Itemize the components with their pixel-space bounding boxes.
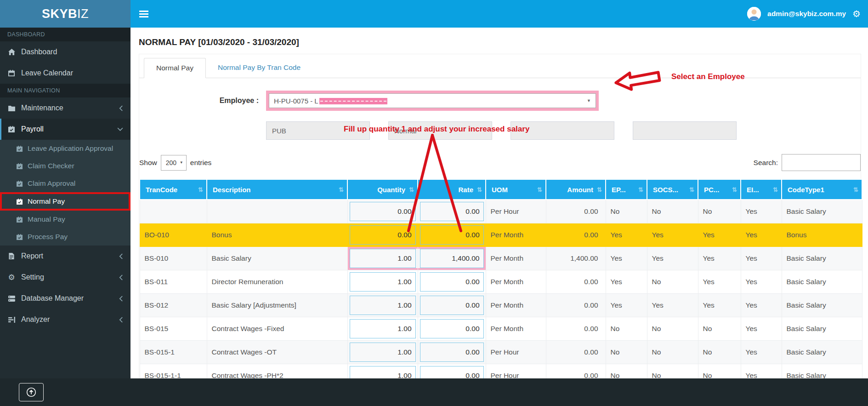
normal-pay-table: TranCode⇅ Description⇅ Quantity⇅ Rate⇅ U… xyxy=(139,179,862,388)
sidebar-item-label: Leave Calendar xyxy=(21,69,123,77)
filter-field-4 xyxy=(633,121,737,140)
table-row: BS-010 Basic Salary Per Month 1,400.00 Y… xyxy=(140,247,862,270)
cell-uom: Per Month xyxy=(486,294,546,317)
cell-trancode: BS-010 xyxy=(140,247,207,270)
sidebar-subitem-process-pay[interactable]: Process Pay xyxy=(0,228,130,246)
quantity-input[interactable] xyxy=(350,272,416,292)
rate-input[interactable] xyxy=(420,202,484,221)
sidebar-subitem-normal-pay[interactable]: Normal Pay xyxy=(0,192,130,211)
cell-amount: 0.00 xyxy=(546,341,606,364)
sidebar-subitem-leave-application-approval[interactable]: Leave Application Approval xyxy=(0,140,130,157)
table-row: BS-015-1 Contract Wages -OT Per Hour 0.0… xyxy=(140,341,862,364)
sort-icon: ⇅ xyxy=(597,186,602,193)
cell-uom: Per Month xyxy=(486,223,546,247)
cell-amount: 0.00 xyxy=(546,294,606,317)
sidebar-item-dashboard[interactable]: Dashboard xyxy=(0,41,130,63)
quantity-input[interactable] xyxy=(350,249,416,268)
calendar-check-icon xyxy=(7,126,16,132)
company-field xyxy=(266,121,370,140)
sidebar-subitem-claim-approval[interactable]: Claim Approval xyxy=(0,175,130,192)
quantity-input[interactable] xyxy=(350,225,416,245)
sidebar: SKYBIZ DASHBOARD Dashboard Leave Calenda… xyxy=(0,0,130,406)
scroll-to-top-button[interactable] xyxy=(19,383,44,401)
tab-normal-pay-by-tran-code[interactable]: Normal Pay By Tran Code xyxy=(206,58,312,78)
cell-amount: 1,400.00 xyxy=(546,247,606,270)
payroll-submenu: Leave Application Approval Claim Checker… xyxy=(0,140,130,246)
settings-gears-icon[interactable]: ⚙ xyxy=(852,9,861,18)
col-header-ep[interactable]: EP...⇅ xyxy=(606,179,647,200)
col-header-socs[interactable]: SOCS...⇅ xyxy=(647,179,698,200)
rate-input[interactable] xyxy=(420,319,484,338)
employee-select[interactable]: H-PU-0075 - L ▼ xyxy=(269,93,596,108)
sidebar-item-analyzer[interactable]: Analyzer xyxy=(0,309,130,330)
sidebar-item-report[interactable]: Report xyxy=(0,246,130,267)
employee-form-row: Employee : H-PU-0075 - L ▼ xyxy=(139,91,861,111)
rate-input[interactable] xyxy=(420,249,484,268)
user-avatar[interactable] xyxy=(747,7,761,21)
table-header-row: TranCode⇅ Description⇅ Quantity⇅ Rate⇅ U… xyxy=(140,179,862,200)
calendar-check-icon xyxy=(16,146,23,152)
cell-pc: No xyxy=(698,317,741,341)
col-header-ei[interactable]: EI...⇅ xyxy=(741,179,782,200)
cell-description: Bonus xyxy=(207,223,347,247)
cell-codetype1: Basic Salary xyxy=(782,270,862,294)
page-size-select[interactable]: 200 ▼ xyxy=(161,155,187,171)
table-row: BS-012 Basic Salary [Adjustments] Per Mo… xyxy=(140,294,862,317)
file-icon xyxy=(7,253,16,259)
col-header-quantity[interactable]: Quantity⇅ xyxy=(347,179,418,200)
sidebar-section-main-navigation: MAIN NAVIGATION xyxy=(0,84,130,97)
sidebar-subitem-label: Claim Approval xyxy=(28,179,75,188)
sidebar-item-leave-calendar[interactable]: Leave Calendar xyxy=(0,63,130,84)
sort-icon: ⇅ xyxy=(773,186,778,193)
cell-rate xyxy=(418,200,486,223)
calendar-check-icon xyxy=(16,181,23,187)
cell-description: Basic Salary [Adjustments] xyxy=(207,294,347,317)
cell-description: Contract Wages -Fixed xyxy=(207,317,347,341)
quantity-input[interactable] xyxy=(350,343,416,362)
rate-input[interactable] xyxy=(420,272,484,292)
table-row: BS-015 Contract Wages -Fixed Per Month 0… xyxy=(140,317,862,341)
rate-input[interactable] xyxy=(420,296,484,315)
sidebar-item-label: Report xyxy=(21,252,113,260)
cell-quantity xyxy=(347,223,418,247)
quantity-input[interactable] xyxy=(350,296,416,315)
user-email[interactable]: admin@skybiz.com.my xyxy=(767,10,846,18)
sidebar-item-database-manager[interactable]: Database Manager xyxy=(0,288,130,309)
col-header-codetype1[interactable]: CodeType1⇅ xyxy=(782,179,862,200)
sidebar-item-setting[interactable]: ⚙ Setting xyxy=(0,267,130,288)
col-header-rate[interactable]: Rate⇅ xyxy=(418,179,486,200)
content: NORMAL PAY [01/03/2020 - 31/03/2020] Nor… xyxy=(130,28,868,406)
search-input[interactable] xyxy=(782,154,861,171)
tabs: Normal Pay Normal Pay By Tran Code xyxy=(139,54,861,78)
quantity-input[interactable] xyxy=(350,319,416,338)
col-header-trancode[interactable]: TranCode⇅ xyxy=(140,179,207,200)
col-header-pc[interactable]: PC...⇅ xyxy=(698,179,741,200)
cell-rate xyxy=(418,317,486,341)
quantity-input[interactable] xyxy=(350,202,416,221)
topbar: admin@skybiz.com.my ⚙ xyxy=(130,0,868,28)
sidebar-subitem-manual-pay[interactable]: Manual Pay xyxy=(0,211,130,228)
cell-quantity xyxy=(347,294,418,317)
sidebar-item-maintenance[interactable]: Maintenance xyxy=(0,97,130,119)
entries-label: entries xyxy=(190,159,212,167)
dropdown-caret-icon: ▼ xyxy=(587,98,591,103)
cell-ei: Yes xyxy=(741,341,782,364)
cell-ei: Yes xyxy=(741,294,782,317)
cell-rate xyxy=(418,294,486,317)
table-body: Per Hour 0.00 No No No Yes Basic Salary … xyxy=(140,200,862,388)
col-header-description[interactable]: Description⇅ xyxy=(207,179,347,200)
sidebar-item-payroll[interactable]: Payroll xyxy=(0,119,130,140)
rate-input[interactable] xyxy=(420,225,484,245)
cell-ei: Yes xyxy=(741,200,782,223)
tab-panel: Normal Pay Normal Pay By Tran Code Emplo… xyxy=(139,54,861,406)
sidebar-toggle-button[interactable] xyxy=(130,0,157,28)
col-header-uom[interactable]: UOM⇅ xyxy=(486,179,546,200)
cell-ep: No xyxy=(606,341,647,364)
table-row: Per Hour 0.00 No No No Yes Basic Salary xyxy=(140,200,862,223)
tab-normal-pay[interactable]: Normal Pay xyxy=(144,58,206,78)
search-label: Search: xyxy=(754,159,778,167)
sort-icon: ⇅ xyxy=(339,186,344,193)
rate-input[interactable] xyxy=(420,343,484,362)
col-header-amount[interactable]: Amount⇅ xyxy=(546,179,606,200)
sidebar-subitem-claim-checker[interactable]: Claim Checker xyxy=(0,157,130,175)
